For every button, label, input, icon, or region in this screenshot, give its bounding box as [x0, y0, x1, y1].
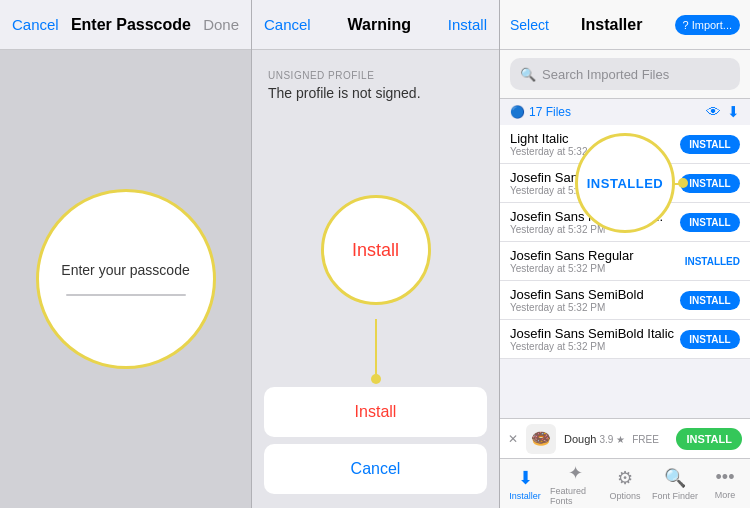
- files-count: 🔵 17 Files: [510, 105, 571, 119]
- ad-app-icon: 🍩: [526, 424, 556, 454]
- files-count-bar: 🔵 17 Files 👁 ⬇: [500, 99, 750, 125]
- installed-circle-text: INSTALLED: [587, 176, 663, 191]
- more-tab-label: More: [715, 490, 736, 500]
- install-badge[interactable]: INSTALL: [680, 135, 740, 154]
- passcode-panel: Cancel Enter Passcode Done Enter your pa…: [0, 0, 252, 508]
- tab-installer[interactable]: ⬇ Installer: [500, 467, 550, 501]
- featured-fonts-tab-label: Featured Fonts: [550, 486, 600, 506]
- featured-fonts-tab-icon: ✦: [568, 462, 583, 484]
- passcode-title: Enter Passcode: [71, 16, 191, 34]
- more-tab-icon: •••: [716, 467, 735, 488]
- files-count-text: 17 Files: [529, 105, 571, 119]
- font-item-josefin-medium[interactable]: Josefin Sans Medium Yesterday at 5:32 PM…: [500, 164, 750, 203]
- unsigned-text: The profile is not signed.: [268, 85, 483, 101]
- font-name: Josefin Sans SemiBold Italic: [510, 326, 674, 341]
- eye-icon[interactable]: 👁: [706, 103, 721, 121]
- font-name: Josefin Sans SemiBold: [510, 287, 644, 302]
- tab-font-finder[interactable]: 🔍 Font Finder: [650, 467, 700, 501]
- circle-icon: 🔵: [510, 105, 525, 119]
- install-badge[interactable]: INSTALL: [680, 291, 740, 310]
- warning-cancel-action-button[interactable]: Cancel: [264, 444, 487, 494]
- font-finder-tab-icon: 🔍: [664, 467, 686, 489]
- passcode-body: Enter your passcode: [0, 50, 251, 508]
- install-badge[interactable]: INSTALL: [680, 213, 740, 232]
- search-input[interactable]: Search Imported Files: [542, 67, 669, 82]
- install-circle[interactable]: Install: [321, 195, 431, 305]
- unsigned-label: UNSIGNED PROFILE: [268, 70, 483, 81]
- installed-circle: INSTALLED: [575, 133, 675, 233]
- ad-close-button[interactable]: ✕: [508, 432, 518, 446]
- font-item-josefin-semibold-italic[interactable]: Josefin Sans SemiBold Italic Yesterday a…: [500, 320, 750, 359]
- ad-rating: 3.9 ★: [599, 434, 625, 445]
- tab-featured-fonts[interactable]: ✦ Featured Fonts: [550, 462, 600, 506]
- download-icon[interactable]: ⬇: [727, 103, 740, 121]
- install-circle-area: Install: [268, 121, 483, 379]
- installed-text-badge: INSTALLED: [685, 256, 740, 267]
- ad-label: FREE: [632, 434, 659, 445]
- installer-select-button[interactable]: Select: [510, 17, 549, 33]
- warning-nav: Cancel Warning Install: [252, 0, 499, 50]
- search-bar[interactable]: 🔍 Search Imported Files: [510, 58, 740, 90]
- font-item-josefin-regular[interactable]: Josefin Sans Regular Yesterday at 5:32 P…: [500, 242, 750, 281]
- font-date: Yesterday at 5:32 PM: [510, 341, 674, 352]
- files-view-icons: 👁 ⬇: [706, 103, 740, 121]
- tab-options[interactable]: ⚙ Options: [600, 467, 650, 501]
- install-badge[interactable]: INSTALL: [680, 174, 740, 193]
- installer-panel: Select Installer ? Import... 🔍 Search Im…: [500, 0, 750, 508]
- import-button[interactable]: ? Import...: [675, 15, 740, 35]
- warning-title: Warning: [348, 16, 411, 34]
- tab-more[interactable]: ••• More: [700, 467, 750, 500]
- passcode-done-button[interactable]: Done: [203, 16, 239, 33]
- passcode-nav: Cancel Enter Passcode Done: [0, 0, 251, 50]
- ad-app-name: Dough: [564, 433, 596, 445]
- search-icon: 🔍: [520, 67, 536, 82]
- passcode-prompt: Enter your passcode: [61, 262, 189, 278]
- installed-connector-dot: [678, 178, 688, 188]
- passcode-input-dots[interactable]: [66, 294, 186, 296]
- options-tab-label: Options: [609, 491, 640, 501]
- install-badge[interactable]: INSTALL: [680, 330, 740, 349]
- font-name: Light Italic: [510, 131, 605, 146]
- passcode-cancel-button[interactable]: Cancel: [12, 16, 59, 33]
- warning-install-nav-button[interactable]: Install: [448, 16, 487, 33]
- bottom-tab-bar: ⬇ Installer ✦ Featured Fonts ⚙ Options 🔍…: [500, 458, 750, 508]
- import-label: Import...: [692, 19, 732, 31]
- font-name: Josefin Sans Regular: [510, 248, 634, 263]
- font-list: Light Italic Yesterday at 5:32 PM INSTAL…: [500, 125, 750, 418]
- ad-banner: ✕ 🍩 Dough 3.9 ★ FREE INSTALL: [500, 418, 750, 458]
- ad-install-button[interactable]: INSTALL: [676, 428, 742, 450]
- installer-tab-icon: ⬇: [518, 467, 533, 489]
- font-date: Yesterday at 5:32 PM: [510, 302, 644, 313]
- import-icon: ?: [683, 19, 689, 31]
- font-item-josefin-semibold[interactable]: Josefin Sans SemiBold Yesterday at 5:32 …: [500, 281, 750, 320]
- passcode-circle: Enter your passcode: [36, 189, 216, 369]
- warning-install-button[interactable]: Install: [264, 387, 487, 437]
- options-tab-icon: ⚙: [617, 467, 633, 489]
- warning-body: UNSIGNED PROFILE The profile is not sign…: [252, 50, 499, 379]
- install-circle-label: Install: [352, 240, 399, 261]
- installer-tab-label: Installer: [509, 491, 541, 501]
- installer-title: Installer: [581, 16, 642, 34]
- font-date: Yesterday at 5:32 PM: [510, 263, 634, 274]
- font-finder-tab-label: Font Finder: [652, 491, 698, 501]
- connector-dot: [371, 374, 381, 384]
- warning-panel: Cancel Warning Install UNSIGNED PROFILE …: [252, 0, 500, 508]
- search-container: 🔍 Search Imported Files: [500, 50, 750, 99]
- ad-text-block: Dough 3.9 ★ FREE: [564, 433, 668, 445]
- connector-line: [375, 319, 377, 379]
- installer-nav: Select Installer ? Import...: [500, 0, 750, 50]
- warning-cancel-button[interactable]: Cancel: [264, 16, 311, 33]
- warning-actions: Install Cancel: [252, 379, 499, 508]
